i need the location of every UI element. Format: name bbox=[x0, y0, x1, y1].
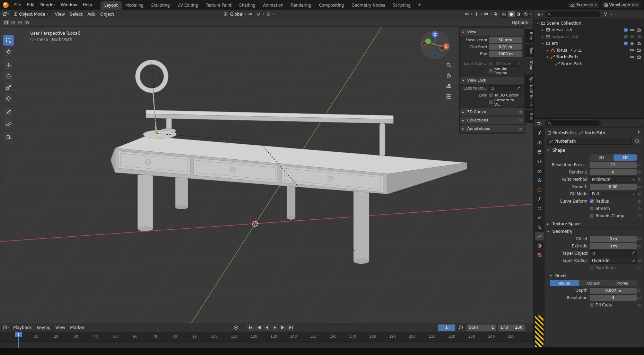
measure-tool[interactable] bbox=[3, 118, 14, 128]
radius-checkbox[interactable] bbox=[590, 199, 594, 203]
prev-keyframe-button[interactable] bbox=[255, 324, 262, 331]
tab-object[interactable] bbox=[535, 185, 544, 194]
tab-object-data[interactable] bbox=[535, 232, 544, 240]
gizmos-toggle-icon[interactable] bbox=[473, 11, 480, 17]
clip-end-field[interactable]: 1000 m bbox=[489, 51, 522, 57]
collapsed-section-header[interactable]: ▸Collections≡ bbox=[460, 117, 524, 124]
render-u-field[interactable]: 0 bbox=[590, 169, 637, 175]
workspace-tab[interactable]: Rendering bbox=[287, 1, 315, 10]
scene-selector[interactable]: Scene ⧉ × bbox=[568, 1, 599, 8]
outliner-row-aro[interactable]: ▾ aro bbox=[536, 40, 642, 47]
animate-dot[interactable] bbox=[638, 304, 641, 306]
frame-end-field[interactable]: End250 bbox=[498, 324, 525, 331]
local-camera-field[interactable]: Cube × bbox=[494, 61, 522, 67]
shape-panel-header[interactable]: ▾Shape bbox=[547, 146, 641, 154]
focal-length-field[interactable]: 50 mm bbox=[489, 37, 522, 43]
shading-solid-icon[interactable] bbox=[508, 11, 515, 17]
bounds-clamp-checkbox[interactable] bbox=[590, 214, 594, 218]
timeline-menu-item[interactable]: Playback bbox=[11, 324, 34, 331]
sidebar-tab[interactable]: Edit bbox=[525, 110, 533, 123]
workspace-tab[interactable]: Texture Paint bbox=[202, 1, 235, 10]
tab-view-layer[interactable] bbox=[535, 157, 544, 166]
hide-eye-icon[interactable] bbox=[630, 41, 634, 46]
workspace-tab[interactable]: Animation bbox=[259, 1, 287, 10]
animate-dot[interactable] bbox=[638, 171, 641, 174]
menu-item[interactable]: Render bbox=[37, 1, 58, 8]
lock-object-field[interactable] bbox=[489, 85, 522, 91]
mode-selector[interactable]: Object Mode ▾ bbox=[11, 11, 51, 17]
bevel-panel-header[interactable]: ▾Bevel bbox=[550, 272, 641, 279]
sidebar-tab[interactable]: View bbox=[525, 58, 533, 73]
collapsed-section-header[interactable]: ▸Annotations≡ bbox=[460, 125, 524, 132]
fake-user-shield-button[interactable] bbox=[633, 138, 641, 145]
workspace-tab[interactable]: Sculpting bbox=[147, 1, 174, 10]
outliner-options-chevron[interactable]: ▾ bbox=[611, 13, 612, 16]
cursor-tool[interactable] bbox=[3, 46, 14, 57]
bevel-resolution-field[interactable]: 4 bbox=[590, 295, 637, 301]
jump-to-start-button[interactable] bbox=[247, 324, 254, 331]
timeline-menu-item[interactable]: Marker bbox=[68, 324, 87, 331]
extrude-field[interactable]: 0 m bbox=[590, 243, 637, 249]
workspace-tab[interactable]: Geometry Nodes bbox=[348, 1, 389, 10]
animate-dot[interactable] bbox=[638, 186, 641, 188]
sidebar-tab[interactable]: Item bbox=[525, 29, 533, 43]
properties-search-input[interactable] bbox=[545, 120, 601, 126]
select-extend-mode-icon[interactable] bbox=[10, 19, 16, 25]
bevel-depth-field[interactable]: 0.007 m bbox=[590, 288, 637, 294]
viewport-menu-item[interactable]: Add bbox=[85, 11, 98, 18]
animate-dot[interactable] bbox=[638, 289, 641, 292]
taper-radius-dropdown[interactable]: Override▾ bbox=[590, 257, 637, 264]
tab-material[interactable] bbox=[535, 242, 544, 250]
transform-tool[interactable] bbox=[3, 93, 14, 104]
twist-smooth-field[interactable]: 0.00 bbox=[590, 184, 637, 190]
camera-to-view-checkbox[interactable] bbox=[489, 100, 493, 104]
animate-dot[interactable] bbox=[638, 215, 641, 217]
next-keyframe-button[interactable] bbox=[279, 324, 286, 331]
select-box-tool[interactable] bbox=[3, 35, 14, 46]
timeline-menu-item[interactable]: Keying bbox=[34, 324, 53, 331]
filter-icon[interactable] bbox=[602, 11, 609, 18]
outliner-row-lampara[interactable]: ▸ lampara 3 bbox=[536, 33, 642, 40]
toggle-3d-button[interactable]: 3D bbox=[613, 154, 637, 161]
render-camera-icon[interactable] bbox=[636, 41, 641, 46]
animate-dot[interactable] bbox=[638, 267, 641, 269]
perspective-toggle-icon[interactable] bbox=[445, 93, 453, 100]
workspace-tab[interactable]: Scripting bbox=[389, 1, 414, 10]
timeline-menu-item[interactable]: View bbox=[53, 324, 68, 331]
shading-wireframe-icon[interactable] bbox=[501, 11, 507, 17]
playhead-line[interactable] bbox=[18, 337, 19, 348]
menu-item[interactable]: File bbox=[11, 1, 24, 8]
hide-eye-icon[interactable] bbox=[630, 28, 634, 32]
add-cube-tool[interactable] bbox=[3, 131, 14, 142]
current-frame-field[interactable]: 1 bbox=[438, 324, 455, 331]
render-camera-icon[interactable] bbox=[636, 55, 641, 59]
select-subtract-mode-icon[interactable] bbox=[17, 19, 23, 25]
scale-tool[interactable] bbox=[3, 82, 14, 93]
workspace-tab[interactable]: Layout bbox=[101, 1, 122, 10]
expand-arrow-icon[interactable]: ▸ bbox=[541, 35, 545, 39]
rotate-tool[interactable] bbox=[3, 71, 14, 82]
workspace-tab[interactable]: Shading bbox=[235, 1, 259, 10]
jump-to-end-button[interactable] bbox=[287, 324, 294, 331]
animate-dot[interactable] bbox=[638, 260, 641, 262]
proportional-falloff-chevron[interactable]: ▾ bbox=[273, 12, 275, 16]
select-intersect-mode-icon[interactable] bbox=[24, 19, 30, 25]
workspace-tab[interactable]: Modeling bbox=[122, 1, 147, 10]
view-lock-section-header[interactable]: ▾View Lock bbox=[460, 77, 524, 84]
expand-arrow-icon[interactable]: ▾ bbox=[536, 22, 540, 25]
tab-render[interactable] bbox=[535, 138, 544, 147]
properties-editor-icon[interactable]: ▾ bbox=[536, 120, 543, 127]
outliner-row-mesa[interactable]: ▸ mesa 8 bbox=[536, 27, 642, 34]
offset-field[interactable]: 0 m bbox=[590, 236, 637, 242]
move-tool[interactable] bbox=[3, 60, 14, 70]
outliner-row-torus[interactable]: ▸ Torus bbox=[536, 47, 642, 54]
timeline-track-area[interactable] bbox=[0, 342, 533, 348]
delete-viewlayer-icon[interactable]: × bbox=[636, 3, 639, 7]
outliner-search-input[interactable] bbox=[545, 11, 600, 17]
expand-arrow-icon[interactable]: ▸ bbox=[546, 49, 549, 52]
timeline-editor-icon[interactable]: ▾ bbox=[2, 324, 9, 331]
navigation-gizmo[interactable]: Z X bbox=[418, 28, 454, 64]
new-scene-icon[interactable]: ⧉ bbox=[590, 3, 593, 7]
outliner-row-scene-collection[interactable]: ▾ Scene Collection bbox=[536, 20, 642, 27]
viewport-menu-item[interactable]: Select bbox=[67, 11, 85, 18]
